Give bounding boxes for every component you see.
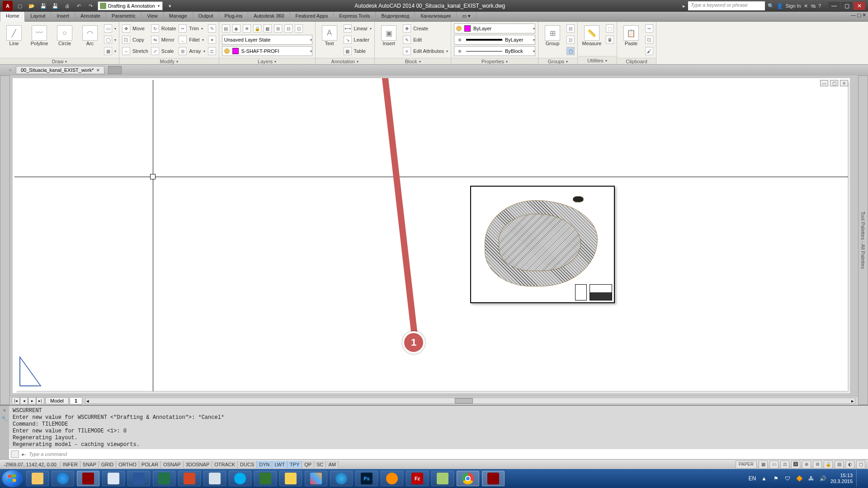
infocenter-search-icon[interactable]: 🔍 bbox=[768, 3, 774, 9]
scrollbar-thumb[interactable] bbox=[455, 398, 473, 404]
taskbar-photoshop-icon[interactable]: Ps bbox=[355, 471, 378, 486]
tray-clock[interactable]: 15:13 20.3.2015 bbox=[830, 473, 853, 484]
right-palette-handle[interactable]: Tool Palettes - All Palettes bbox=[858, 75, 868, 405]
taskbar-chrome-icon[interactable] bbox=[457, 471, 479, 486]
groupbbox-button[interactable]: ▢ bbox=[566, 46, 575, 56]
filetab-close-icon[interactable]: × bbox=[96, 67, 99, 73]
rotate-button[interactable]: ↻Rotate bbox=[151, 23, 176, 33]
horizontal-scrollbar[interactable]: ◂▸ bbox=[85, 398, 855, 404]
color-dropdown[interactable]: ByLayer▾ bbox=[454, 23, 535, 33]
app-logo-icon[interactable]: A bbox=[3, 1, 13, 11]
explode-button[interactable]: ✦ bbox=[208, 35, 216, 45]
group-button[interactable]: ⊞Group bbox=[541, 23, 564, 46]
start-button[interactable] bbox=[2, 470, 23, 487]
status-hardware-icon[interactable]: ▤ bbox=[835, 460, 844, 469]
circle-button[interactable]: ○Circle bbox=[53, 23, 76, 46]
qat-print-icon[interactable]: 🖨 bbox=[62, 1, 71, 10]
coordinates-readout[interactable]: -2969.07, 1142.42, 0.00 bbox=[0, 462, 61, 467]
layout-first-button[interactable]: |◂ bbox=[12, 397, 20, 404]
calc-button[interactable]: 🖩 bbox=[606, 35, 614, 45]
command-grip[interactable]: ×🔧 bbox=[0, 406, 9, 459]
matchprop-button[interactable]: 🖌 bbox=[645, 46, 653, 56]
status-workspace-icon[interactable]: ⚙ bbox=[813, 460, 822, 469]
tab-minimize-ribbon[interactable]: ▭ ▾ bbox=[457, 12, 476, 21]
taskbar-project-icon[interactable] bbox=[254, 471, 277, 486]
insert-button[interactable]: ▣Insert bbox=[377, 23, 400, 46]
erase-button[interactable]: ✎ bbox=[208, 23, 216, 33]
vp-close-icon[interactable]: ✕ bbox=[840, 80, 848, 86]
tab-home[interactable]: Home bbox=[0, 12, 25, 22]
tray-sound-icon[interactable]: 🔊 bbox=[819, 474, 827, 483]
status-grid-icon[interactable]: ▦ bbox=[759, 460, 768, 469]
create-button[interactable]: ✚Create bbox=[403, 23, 448, 33]
qat-new-icon[interactable]: ▢ bbox=[15, 1, 24, 10]
table-button[interactable]: ▦Table bbox=[344, 46, 372, 56]
status-cleanscreen-icon[interactable]: ▢ bbox=[856, 460, 865, 469]
qat-save-icon[interactable]: 💾 bbox=[39, 1, 48, 10]
toggle-ducs[interactable]: DUCS bbox=[238, 461, 257, 468]
layout-viewport[interactable] bbox=[470, 186, 615, 303]
tab-view[interactable]: View bbox=[142, 12, 164, 21]
qat-redo-icon[interactable]: ↷ bbox=[86, 1, 95, 10]
exchange-bag-icon[interactable]: 🛍 bbox=[811, 3, 816, 9]
taskbar-filezilla-icon[interactable]: Fz bbox=[406, 471, 429, 486]
vp-min-icon[interactable]: — bbox=[820, 80, 828, 86]
filetab-handle-icon[interactable]: ⁘ bbox=[8, 67, 12, 73]
layout-last-button[interactable]: ▸| bbox=[36, 397, 44, 404]
linear-button[interactable]: ⟷Linear▾ bbox=[344, 23, 372, 33]
taskbar-powerpoint-icon[interactable] bbox=[178, 471, 201, 486]
command-input[interactable]: ▸- Type a command bbox=[9, 449, 868, 459]
left-palette-handles[interactable]: Sheet Set Manager Properties bbox=[0, 75, 10, 405]
toggle-infer[interactable]: INFER bbox=[61, 461, 80, 468]
qat-more-icon[interactable]: ▾ bbox=[165, 1, 175, 10]
leader-button[interactable]: ↘Leader bbox=[344, 35, 372, 45]
toggle-tpy[interactable]: TPY bbox=[288, 461, 302, 468]
tab-vodoprovod[interactable]: Водопровод bbox=[376, 12, 415, 21]
layer7-icon[interactable]: ⊟ bbox=[284, 24, 292, 33]
tab-plugins[interactable]: Plug-ins bbox=[219, 12, 249, 21]
tab-layout[interactable]: Layout bbox=[25, 12, 51, 21]
tab-autodesk360[interactable]: Autodesk 360 bbox=[248, 12, 290, 21]
layout1-tab[interactable]: 1 bbox=[70, 397, 82, 404]
line-button[interactable]: ╱Line bbox=[3, 23, 25, 46]
vp-max-icon[interactable]: ▢ bbox=[830, 80, 838, 86]
trim-button[interactable]: ✂Trim▾ bbox=[179, 23, 205, 33]
taskbar-word-icon[interactable] bbox=[127, 471, 150, 486]
layerprop-icon[interactable]: ▤ bbox=[222, 24, 230, 33]
select-button[interactable]: ⬚ bbox=[606, 23, 614, 33]
offset-button[interactable]: ⊏ bbox=[208, 46, 216, 56]
tab-express-tools[interactable]: Express Tools bbox=[334, 12, 376, 21]
tray-flag-icon[interactable]: ▲ bbox=[760, 474, 768, 483]
linetype-dropdown[interactable]: ≡ByLayer▾ bbox=[454, 35, 535, 45]
qat-open-icon[interactable]: 📂 bbox=[27, 1, 36, 10]
status-annoscale-icon[interactable]: 🅰 bbox=[791, 460, 800, 469]
cmd-close-icon[interactable]: × bbox=[3, 408, 6, 413]
search-input[interactable]: Type a keyword or phrase bbox=[688, 1, 765, 10]
groupedit-button[interactable]: ⊡ bbox=[566, 35, 575, 45]
toggle-am[interactable]: AM bbox=[326, 461, 339, 468]
ellipse-button[interactable]: ◯▾ bbox=[104, 35, 116, 45]
hatch-button[interactable]: ▦▾ bbox=[104, 46, 116, 56]
toggle-otrack[interactable]: OTRACK bbox=[212, 461, 238, 468]
mirror-button[interactable]: ⇋Mirror bbox=[151, 35, 176, 45]
editattr-button[interactable]: ≡Edit Attributes▾ bbox=[403, 46, 448, 56]
doc-minimize-icon[interactable]: — bbox=[851, 12, 856, 21]
minimize-button[interactable]: — bbox=[828, 2, 840, 10]
tray-av1-icon[interactable]: 🛡 bbox=[783, 474, 792, 483]
taskbar-player-icon[interactable] bbox=[381, 471, 403, 486]
file-tab-active[interactable]: 00_Situacia_kanal_EXIST_work*× bbox=[16, 66, 104, 74]
edit-button[interactable]: ✎Edit bbox=[403, 35, 448, 45]
toggle-lwt[interactable]: LWT bbox=[272, 461, 287, 468]
qat-saveas-icon[interactable]: 💾 bbox=[51, 1, 60, 10]
status-scale-icon[interactable]: ⚖ bbox=[780, 460, 789, 469]
workspace-dropdown[interactable]: Drafting & Annotation ▼ bbox=[98, 1, 163, 10]
toggle-osnap[interactable]: OSNAP bbox=[161, 461, 184, 468]
tray-lang-label[interactable]: EN bbox=[748, 474, 756, 483]
layeriso-icon[interactable]: ◉ bbox=[232, 24, 241, 33]
taskbar-explorer-icon[interactable] bbox=[26, 471, 49, 486]
taskbar-autocad2-icon[interactable] bbox=[482, 471, 505, 486]
close-button[interactable]: ✕ bbox=[854, 2, 865, 10]
tab-annotate[interactable]: Annotate bbox=[75, 12, 106, 21]
currentlayer-dropdown[interactable]: S-SHAFT-PROFI▾ bbox=[222, 46, 312, 56]
paste-button[interactable]: 📋Paste bbox=[620, 23, 642, 46]
